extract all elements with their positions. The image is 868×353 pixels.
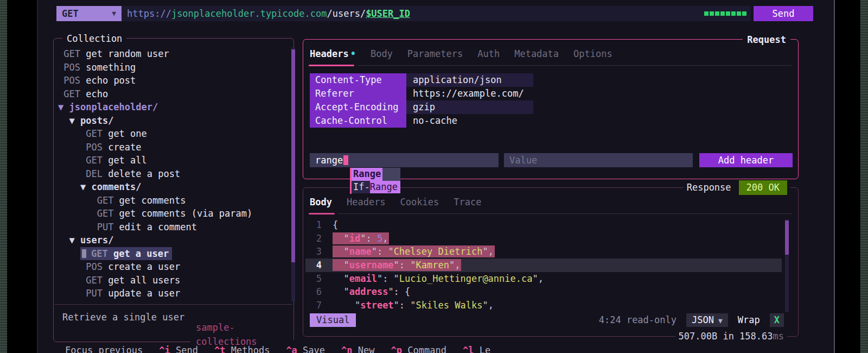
- code-line: 3 "name": "Chelsey Dietrich",: [305, 245, 782, 259]
- request-method: GET: [86, 155, 108, 166]
- hint-label: New: [358, 345, 375, 353]
- folder-label: jsonplaceholder/: [69, 102, 158, 112]
- tree-request[interactable]: POS echo post: [54, 74, 288, 87]
- tree-request[interactable]: GET echo: [54, 87, 288, 101]
- tree-request[interactable]: GET get all: [54, 154, 288, 167]
- request-method: POS: [86, 261, 108, 272]
- request-label: get a user: [113, 248, 169, 259]
- request-method: GET: [86, 128, 108, 139]
- header-row[interactable]: Accept-Encodinggzip: [310, 100, 792, 114]
- tab-headers[interactable]: Headers: [347, 196, 386, 209]
- response-panel: Response 200 OK BodyHeadersCookiesTrace …: [303, 187, 799, 337]
- header-name-input[interactable]: range: [310, 153, 499, 167]
- tab-metadata[interactable]: Metadata: [514, 47, 559, 60]
- response-scrollbar[interactable]: [785, 219, 789, 312]
- send-button[interactable]: Send: [754, 6, 813, 21]
- line-number: 1: [305, 218, 322, 232]
- request-label: get comments (via param): [119, 208, 253, 219]
- request-label: get comments: [119, 195, 186, 206]
- tree-request[interactable]: GET get random user: [54, 47, 288, 61]
- tree-request[interactable]: POS create: [54, 141, 288, 154]
- autocomplete-item[interactable]: Range: [352, 168, 400, 181]
- header-row[interactable]: Refererhttps://example.com/: [310, 87, 792, 100]
- tree-request[interactable]: POS create a user: [54, 260, 288, 274]
- tree-folder[interactable]: ▼ posts/: [54, 114, 288, 128]
- tree-request[interactable]: GET get comments: [54, 194, 288, 207]
- collection-scrollbar-thumb[interactable]: [291, 49, 295, 262]
- folder-arrow-icon: ▼: [80, 181, 91, 192]
- tab-underline-track: [338, 213, 792, 214]
- tab-parameters[interactable]: Parameters: [407, 47, 463, 60]
- tree-request[interactable]: GET get comments (via param): [54, 207, 288, 220]
- progress-dot: [715, 11, 719, 16]
- url-scheme: https://: [127, 8, 171, 19]
- tree-request[interactable]: DEL delete a post: [54, 167, 288, 181]
- editor-statusbar: 4:24 read-only JSON▼ Wrap X: [599, 313, 784, 327]
- header-key: Content-Type: [310, 73, 406, 87]
- tree-request[interactable]: PUT edit a comment: [54, 220, 288, 234]
- tree-request[interactable]: GET get a user: [54, 247, 288, 261]
- collection-scrollbar[interactable]: [291, 47, 295, 301]
- request-method: POS: [63, 75, 86, 86]
- hint-label: Methods: [231, 345, 270, 353]
- tab-cookies[interactable]: Cookies: [400, 196, 439, 209]
- tab-body[interactable]: Body: [310, 196, 332, 209]
- format-caret-icon: ▼: [718, 317, 723, 325]
- tree-request[interactable]: POS something: [54, 61, 288, 74]
- tab-auth[interactable]: Auth: [477, 47, 500, 60]
- request-method: POS: [63, 62, 86, 73]
- tree-request[interactable]: GET get one: [54, 127, 288, 141]
- folder-label: users/: [80, 235, 113, 245]
- tab-underline-track: [358, 65, 792, 66]
- hint-label: Save: [303, 345, 325, 353]
- tree-folder[interactable]: ▼ jsonplaceholder/: [54, 100, 288, 114]
- format-label: JSON: [692, 314, 714, 325]
- wrap-toggle[interactable]: Wrap: [738, 313, 760, 327]
- request-method: PUT: [86, 288, 108, 299]
- header-row[interactable]: Cache-Controlno-cache: [310, 114, 792, 128]
- url-variable: $USER_ID: [366, 8, 410, 19]
- tab-options[interactable]: Options: [573, 47, 612, 60]
- tab-trace[interactable]: Trace: [454, 196, 481, 209]
- wrap-x-indicator[interactable]: X: [770, 313, 784, 327]
- autocomplete-match: Range: [352, 168, 382, 181]
- header-value: https://example.com/: [413, 88, 524, 99]
- request-label: echo: [86, 89, 108, 99]
- method-dropdown[interactable]: GET ▼: [56, 6, 122, 21]
- headers-table: Content-Typeapplication/jsonRefererhttps…: [310, 73, 792, 128]
- folder-label: comments/: [91, 181, 141, 192]
- autocomplete-item[interactable]: If-Range: [352, 181, 400, 194]
- progress-dot: [704, 11, 709, 16]
- line-number: 6: [305, 285, 322, 299]
- add-header-button[interactable]: Add header: [699, 153, 793, 167]
- tree-folder[interactable]: ▼ comments/: [54, 180, 288, 194]
- folder-arrow-icon: ▼: [58, 102, 69, 112]
- url-input[interactable]: https://jsonplaceholder.typicode.com/use…: [122, 6, 751, 21]
- request-panel-title: Request: [743, 33, 790, 47]
- shortcut-key: ^i: [159, 345, 170, 353]
- request-method: GET: [86, 275, 108, 286]
- url-path: /users/: [327, 8, 366, 19]
- url-host: jsonplaceholder.typicode.com: [171, 8, 327, 19]
- header-row[interactable]: Content-Typeapplication/json: [310, 73, 792, 87]
- autocomplete-prefix: If-: [352, 181, 370, 194]
- response-panel-header: Response 200 OK: [684, 180, 790, 195]
- hint-label: Send: [176, 345, 198, 353]
- tab-headers[interactable]: Headers•: [310, 47, 356, 60]
- tree-request[interactable]: PUT update a user: [54, 287, 288, 300]
- request-label: create: [108, 142, 141, 153]
- code-line: 4 "username": "Kamren",: [305, 259, 782, 272]
- tree-request[interactable]: GET get all users: [54, 274, 288, 287]
- format-select[interactable]: JSON▼: [686, 313, 728, 327]
- header-value-placeholder: Value: [509, 155, 537, 166]
- request-label: get one: [108, 128, 147, 139]
- header-name-value: range: [315, 155, 343, 166]
- text-selection: "username": "Kamren",: [333, 259, 461, 271]
- header-value-input[interactable]: Value: [504, 153, 693, 167]
- header-value: no-cache: [413, 115, 457, 126]
- tab-body[interactable]: Body: [371, 47, 393, 60]
- response-scrollbar-thumb[interactable]: [785, 220, 789, 255]
- line-number: 7: [305, 299, 322, 312]
- method-label: GET: [62, 6, 79, 21]
- tree-folder[interactable]: ▼ users/: [54, 234, 288, 247]
